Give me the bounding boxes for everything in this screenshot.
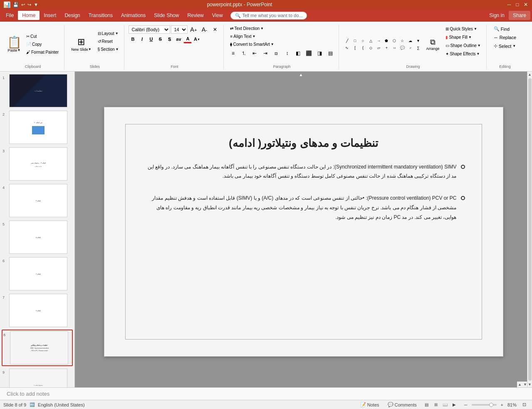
shape-bracket[interactable]: [ [351, 45, 359, 51]
shape-parallelogram[interactable]: ▱ [375, 45, 382, 51]
menu-view[interactable]: View [208, 11, 227, 20]
shape-triangle[interactable]: △ [367, 37, 374, 44]
slide-thumb-3[interactable]: 3 اسلاید ۳ - محتوای متنی خلاصه مطالب [2, 146, 73, 181]
shape-outline-button[interactable]: ▭ Shape Outline ▼ [443, 42, 483, 49]
zoom-down-arrow[interactable]: ▼ [522, 382, 528, 387]
columns-button[interactable]: ⧈ [271, 49, 281, 58]
notes-placeholder[interactable]: Click to add notes [7, 391, 49, 397]
shape-hex[interactable]: ⬡ [391, 37, 398, 44]
bullets-button[interactable]: ≡ [228, 49, 238, 58]
shape-callout[interactable]: 💬 [398, 45, 406, 51]
shape-pentagon[interactable]: ⬟ [383, 37, 390, 44]
shape-star[interactable]: ☆ [398, 37, 406, 44]
align-left-button[interactable]: ◧ [293, 49, 303, 58]
shape-circle[interactable]: ○ [359, 37, 366, 44]
font-name-select[interactable]: Calibri (Body) [129, 25, 170, 34]
shape-more[interactable]: ▼ [414, 37, 422, 44]
fit-slide-button[interactable]: ⊡ [520, 401, 529, 408]
paste-button[interactable]: 📋 Paste▼ [5, 33, 23, 56]
format-painter-button[interactable]: 🖌 Format Painter [24, 49, 61, 56]
notes-area[interactable]: Click to add notes [0, 387, 532, 400]
shape-plus[interactable]: + [383, 45, 390, 51]
menu-transitions[interactable]: Transitions [84, 11, 117, 20]
close-button[interactable]: ✕ [523, 2, 529, 7]
scroll-up-arrow[interactable]: ▲ [527, 72, 532, 77]
menu-design[interactable]: Design [60, 11, 84, 20]
bold-button[interactable]: B [129, 35, 137, 43]
slide-thumb-7[interactable]: 7 اسلاید ۷ [2, 293, 73, 328]
menu-slideshow[interactable]: Slide Show [150, 11, 183, 20]
slide-thumb-4[interactable]: 4 اسلاید ۴ [2, 183, 73, 218]
reset-button[interactable]: ↺ Reset [96, 38, 121, 45]
zoom-in-button[interactable]: + [498, 402, 506, 408]
shape-diamond[interactable]: ◇ [367, 45, 374, 51]
align-right-button[interactable]: ◨ [314, 49, 324, 58]
slide-thumb-1[interactable]: 1 تنظیمات [2, 73, 73, 108]
text-shadow-button[interactable]: S [165, 35, 173, 43]
shape-arrow[interactable]: → [375, 37, 382, 44]
strikethrough-button[interactable]: S [156, 35, 164, 43]
minimize-button[interactable]: ─ [506, 2, 512, 7]
line-spacing-button[interactable]: ↕ [282, 49, 292, 58]
font-size-select[interactable]: 14 [171, 25, 188, 34]
clear-format-button[interactable]: ✕ [210, 25, 220, 34]
quick-access-save[interactable]: 💾 [13, 2, 19, 7]
scroll-up-button[interactable]: ▲ [299, 72, 303, 77]
quick-access-undo[interactable]: ↩ [21, 2, 25, 7]
slide-canvas[interactable]: تنظیمات و مدهای ونتیلاتور( ادامه) Synchr… [104, 107, 503, 357]
zoom-out-button[interactable]: ─ [462, 402, 470, 408]
shape-cylinder[interactable]: ⌿ [406, 45, 414, 51]
italic-button[interactable]: I [138, 35, 146, 43]
numbering-button[interactable]: ⒈ [239, 49, 249, 58]
menu-review[interactable]: Review [183, 11, 208, 20]
layout-button[interactable]: ⊟ Layout ▼ [96, 30, 121, 37]
decrease-font-button[interactable]: A- [199, 25, 209, 34]
cut-button[interactable]: ✂ Cut [24, 33, 61, 40]
slide-edit-area[interactable]: ▲ تنظیمات و مدهای ونتیلاتور( ادامه) [75, 72, 532, 387]
arrange-button[interactable]: ⧉ Arrange [423, 33, 442, 56]
underline-button[interactable]: U [147, 35, 155, 43]
slideshow-view-button[interactable]: ▶ [450, 402, 458, 408]
maximize-button[interactable]: □ [515, 2, 520, 7]
convert-smartart-button[interactable]: ⧫ Convert to SmartArt ▼ [228, 41, 276, 48]
notes-button[interactable]: 📝 Notes [358, 401, 382, 408]
slide-thumb-5[interactable]: 5 اسلاید ۵ [2, 220, 73, 255]
reading-view-button[interactable]: 📖 [441, 402, 449, 408]
vertical-scrollbar[interactable]: ▲ ▼ [527, 72, 532, 387]
menu-home[interactable]: Home [18, 11, 40, 20]
slide-thumb-6[interactable]: 6 اسلاید ۶ [2, 256, 73, 291]
zoom-up-arrow[interactable]: ▲ [517, 382, 522, 387]
increase-font-button[interactable]: A+ [188, 25, 198, 34]
font-color-button[interactable]: A [183, 35, 192, 43]
copy-button[interactable]: 📄 Copy [24, 41, 61, 48]
quick-styles-button[interactable]: ⊞ Quick Styles ▼ [443, 25, 483, 32]
zoom-thumb[interactable] [489, 403, 493, 407]
scroll-thumb[interactable] [528, 78, 532, 381]
sign-in-button[interactable]: Sign in [485, 11, 509, 20]
shape-cloud[interactable]: ☁ [406, 37, 414, 44]
replace-button[interactable]: ↔ Replace [491, 34, 519, 41]
shape-doublearrow[interactable]: ↔ [391, 45, 398, 51]
select-button[interactable]: ⊹ Select ▼ [491, 42, 519, 50]
decrease-indent-button[interactable]: ⇤ [250, 49, 260, 58]
menu-animations[interactable]: Animations [117, 11, 150, 20]
shape-line[interactable]: ╱ [343, 37, 351, 44]
shape-formula[interactable]: ∑ [414, 45, 422, 51]
font-highlight-button[interactable]: A▼ [193, 35, 201, 43]
align-text-button[interactable]: ≡ Align Text ▼ [228, 33, 257, 40]
share-button[interactable]: Share [509, 11, 530, 20]
slide-thumb-8[interactable]: 8 تنظیمات و مدهای ونتیلاتور SIMV - Synch… [2, 330, 73, 366]
slide-bullet-2[interactable]: Pressure control ventilation) PCV or PC)… [142, 193, 465, 222]
shape-rect[interactable]: □ [351, 37, 359, 44]
zoom-slider[interactable] [472, 404, 497, 406]
justify-button[interactable]: ▤ [325, 49, 335, 58]
quick-access-customize[interactable]: ▼ [34, 2, 38, 7]
menu-file[interactable]: File [2, 11, 18, 20]
section-button[interactable]: § Section ▼ [96, 46, 121, 53]
slide-thumb-9[interactable]: 9 محتوای اسلاید ۹ [2, 368, 73, 387]
normal-view-button[interactable]: ▤ [423, 402, 431, 408]
find-button[interactable]: 🔍 Find [491, 25, 519, 33]
shape-fill-button[interactable]: ▮ Shape Fill ▼ [443, 34, 483, 41]
shape-curve[interactable]: ∿ [343, 45, 351, 51]
slide-thumb-2[interactable]: 2 متن اسلاید ۲ [2, 110, 73, 145]
